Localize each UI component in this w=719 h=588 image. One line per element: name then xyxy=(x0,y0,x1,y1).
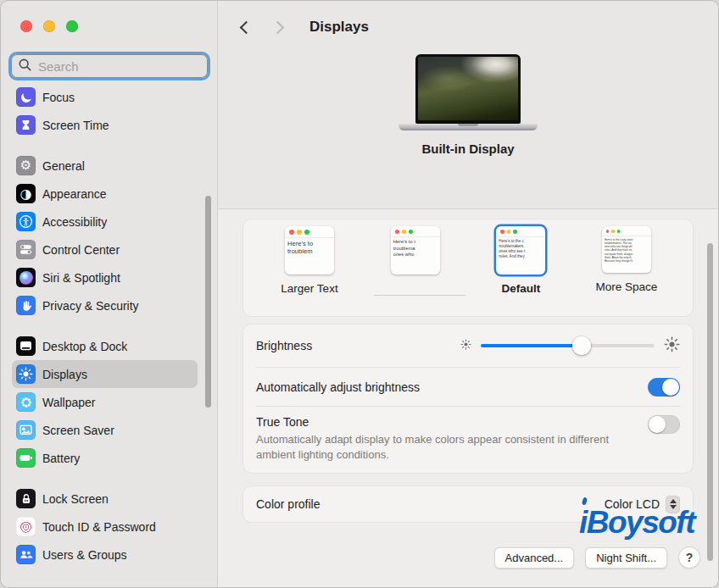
sidebar-item-screen-time[interactable]: Screen Time xyxy=(12,111,198,139)
scaling-option-larger-text[interactable]: Here's to troublem Larger Text xyxy=(262,226,357,295)
advanced-button[interactable]: Advanced... xyxy=(494,547,575,569)
slider-knob[interactable] xyxy=(572,336,591,355)
scaling-option-label: Larger Text xyxy=(281,282,337,295)
minimize-window-button[interactable] xyxy=(43,20,55,32)
siri-icon xyxy=(16,268,36,287)
sidebar-item-label: Screen Time xyxy=(42,119,109,132)
gear-icon: ⚙ xyxy=(16,156,36,175)
scaling-option-default[interactable]: Here's to the c troublemakers. ones who … xyxy=(473,226,568,295)
sidebar-item-accessibility[interactable]: Accessibility xyxy=(12,208,198,236)
sidebar-item-wallpaper[interactable]: Wallpaper xyxy=(12,388,198,416)
auto-brightness-toggle[interactable] xyxy=(648,378,680,397)
laptop-base xyxy=(399,124,538,130)
sidebar-item-label: Siri & Spotlight xyxy=(42,271,120,285)
sidebar-item-battery[interactable]: Battery xyxy=(12,444,198,472)
sidebar-item-label: Wallpaper xyxy=(42,396,96,409)
sidebar-item-users-groups[interactable]: Users & Groups xyxy=(12,541,198,569)
sidebar-item-label: Battery xyxy=(42,452,80,465)
screensaver-icon xyxy=(16,420,36,440)
search-input[interactable]: Search xyxy=(8,52,210,80)
search-icon xyxy=(18,58,32,75)
thumb-red-dot xyxy=(500,230,504,234)
window-controls xyxy=(20,20,78,32)
sidebar-item-general[interactable]: ⚙ General xyxy=(12,152,198,180)
brightness-slider[interactable] xyxy=(481,336,655,355)
true-tone-description: Automatically adapt display to make colo… xyxy=(256,432,648,462)
scaling-option-2[interactable]: Here's to t troublema ones who xyxy=(368,226,463,282)
thumb-red-dot xyxy=(289,230,294,235)
sidebar-item-label: Accessibility xyxy=(42,215,107,229)
sidebar: Search Focus Screen Time ⚙ General xyxy=(1,1,218,587)
thumb-red-dot xyxy=(606,230,610,233)
true-tone-label: True Tone xyxy=(256,415,648,429)
iboysoft-watermark: iBoysoft xyxy=(579,505,694,541)
sidebar-item-appearance[interactable]: ◑ Appearance xyxy=(12,180,198,208)
sidebar-item-focus[interactable]: Focus xyxy=(12,83,198,111)
thumb-green-dot xyxy=(617,230,621,233)
sidebar-item-privacy-security[interactable]: Privacy & Security xyxy=(12,291,198,319)
thumb-yellow-dot xyxy=(402,230,406,234)
back-button[interactable] xyxy=(240,20,254,34)
sidebar-item-label: Users & Groups xyxy=(42,548,127,562)
scaling-option-more-space[interactable]: Here's to the crazy ones troublemakers. … xyxy=(579,226,674,293)
sidebar-item-label: Appearance xyxy=(42,187,107,201)
sidebar-item-displays[interactable]: Displays xyxy=(12,360,198,388)
sidebar-item-label: Touch ID & Password xyxy=(42,520,156,534)
thumb-red-dot xyxy=(395,230,399,234)
watermark-text: Boysoft xyxy=(587,505,694,540)
watermark-initial: i xyxy=(579,505,587,540)
sidebar-item-touch-id[interactable]: Touch ID & Password xyxy=(12,513,198,541)
auto-brightness-row: Automatically adjust brightness xyxy=(243,368,693,406)
moon-icon xyxy=(16,87,36,107)
brightness-row: Brightness xyxy=(243,325,693,367)
sidebar-item-desktop-dock[interactable]: Desktop & Dock xyxy=(12,332,198,360)
sidebar-item-label: Control Center xyxy=(42,243,120,257)
auto-brightness-label: Automatically adjust brightness xyxy=(256,380,420,394)
accessibility-icon xyxy=(16,212,36,231)
battery-icon xyxy=(16,448,36,468)
hourglass-icon xyxy=(16,115,36,135)
sidebar-item-screen-saver[interactable]: Screen Saver xyxy=(12,416,198,444)
sidebar-item-control-center[interactable]: Control Center xyxy=(12,236,198,263)
true-tone-toggle[interactable] xyxy=(648,415,680,434)
scaling-thumbnail[interactable]: Here's to the c troublemakers. ones who … xyxy=(496,226,545,275)
thumb-yellow-dot xyxy=(507,230,511,234)
users-icon xyxy=(16,545,36,564)
night-shift-button[interactable]: Night Shift... xyxy=(585,547,667,569)
help-button[interactable]: ? xyxy=(678,546,700,569)
display-name-label: Built-in Display xyxy=(421,141,514,156)
close-window-button[interactable] xyxy=(20,20,32,32)
scaling-option-label: Default xyxy=(501,282,540,295)
thumb-sample-text: Here's to the crazy ones troublemakers. … xyxy=(602,236,651,265)
main-scrollbar[interactable] xyxy=(707,243,713,561)
displays-header-section: Displays Built-in Display xyxy=(218,1,718,209)
sidebar-scrollbar[interactable] xyxy=(205,196,211,408)
sidebar-item-label: Screen Saver xyxy=(42,424,114,437)
scaling-thumbnail[interactable]: Here's to the crazy ones troublemakers. … xyxy=(602,226,651,273)
thumb-yellow-dot xyxy=(297,230,302,235)
page-title: Displays xyxy=(309,19,369,36)
divider xyxy=(374,295,465,296)
sidebar-item-label: Lock Screen xyxy=(42,492,109,506)
flower-icon xyxy=(16,392,36,412)
scaling-thumbnail[interactable]: Here's to troublem xyxy=(285,226,334,275)
forward-button[interactable] xyxy=(271,20,285,34)
scaling-thumbnail[interactable]: Here's to t troublema ones who xyxy=(391,226,440,275)
brightness-icon xyxy=(16,364,36,384)
hand-icon xyxy=(16,296,36,315)
sidebar-item-siri-spotlight[interactable]: Siri & Spotlight xyxy=(12,263,198,291)
sidebar-item-lock-screen[interactable]: Lock Screen xyxy=(12,485,198,513)
dock-icon xyxy=(16,336,36,356)
zoom-window-button[interactable] xyxy=(66,20,78,32)
sidebar-item-label: Displays xyxy=(42,368,87,381)
sidebar-nav: Focus Screen Time ⚙ General ◑ Appearance xyxy=(1,83,217,581)
thumb-sample-text: Here's to troublem xyxy=(285,238,334,258)
main-pane: Displays Built-in Display Here's to trou… xyxy=(218,1,718,587)
thumb-sample-text: Here's to t troublema ones who xyxy=(391,237,440,260)
laptop-illustration xyxy=(415,54,521,124)
thumb-sample-text: Here's to the c troublemakers. ones who … xyxy=(496,237,545,262)
thumb-yellow-dot xyxy=(611,230,615,233)
sidebar-item-label: General xyxy=(42,159,85,173)
footer-actions: Advanced... Night Shift... ? xyxy=(494,546,700,569)
sidebar-item-label: Focus xyxy=(42,91,75,104)
